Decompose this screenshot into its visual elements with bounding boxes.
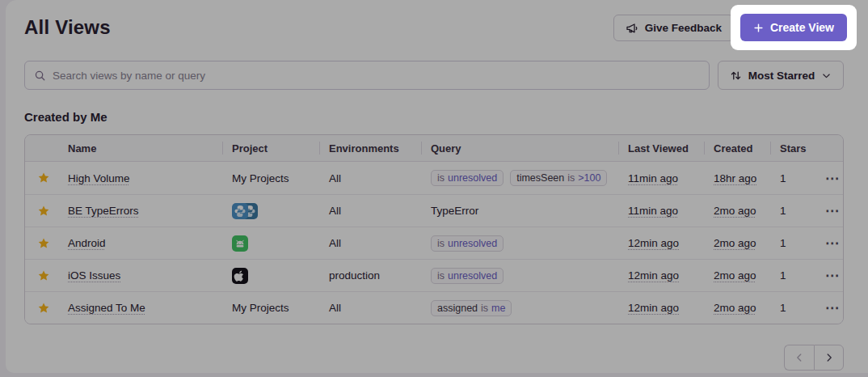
project-cell xyxy=(222,260,319,291)
stars-count-cell: 1 xyxy=(770,162,812,194)
star-toggle-button[interactable] xyxy=(36,268,52,284)
onboarding-spotlight: Create View xyxy=(731,5,857,50)
query-tag: is unresolved xyxy=(431,235,504,252)
stars-count-cell: 1 xyxy=(770,227,812,259)
header-name: Name xyxy=(62,135,222,161)
previous-page-button[interactable] xyxy=(784,345,814,371)
query-tag: is unresolved xyxy=(431,170,504,186)
header-created: Created xyxy=(704,135,770,161)
star-icon xyxy=(37,237,50,250)
pagination xyxy=(784,345,844,371)
created-cell: 2mo ago xyxy=(714,269,756,282)
create-view-button[interactable]: Create View xyxy=(740,14,847,41)
star-icon xyxy=(37,205,50,218)
star-icon xyxy=(37,269,50,282)
views-table: Name Project Environments Query Last Vie… xyxy=(24,134,844,324)
query-cell: assigned is me xyxy=(421,292,618,324)
table-row: BE TypeErrors All TypeError 11min ago 2m… xyxy=(25,194,843,227)
project-cell: My Projects xyxy=(222,292,319,324)
query-tag: timesSeen is >100 xyxy=(510,170,607,186)
created-cell: 2mo ago xyxy=(714,205,756,217)
toolbar: Most Starred xyxy=(24,61,844,90)
row-menu-button[interactable]: ⋯ xyxy=(822,170,843,187)
view-name-link[interactable]: Assigned To Me xyxy=(68,302,145,314)
last-viewed-cell: 12min ago xyxy=(628,269,679,282)
star-toggle-button[interactable] xyxy=(36,203,52,219)
sort-dropdown[interactable]: Most Starred xyxy=(718,61,844,90)
environments-cell: All xyxy=(319,227,421,259)
environments-cell: All xyxy=(319,292,421,324)
search-icon xyxy=(34,70,46,82)
view-name-link[interactable]: iOS Issues xyxy=(68,269,120,282)
next-page-button[interactable] xyxy=(814,345,844,371)
sort-arrows-icon xyxy=(730,70,742,82)
query-plain-text: TypeError xyxy=(431,205,478,217)
environments-cell: All xyxy=(319,195,421,227)
header-stars: Stars xyxy=(770,135,812,161)
project-cell xyxy=(222,227,319,259)
row-menu-button[interactable]: ⋯ xyxy=(822,299,843,316)
environments-cell: production xyxy=(319,260,421,291)
give-feedback-button[interactable]: Give Feedback xyxy=(613,15,734,41)
created-cell: 18hr ago xyxy=(714,172,756,184)
stars-count-cell: 1 xyxy=(770,292,812,324)
row-menu-button[interactable]: ⋯ xyxy=(822,235,843,252)
header-project: Project xyxy=(222,135,319,161)
last-viewed-cell: 11min ago xyxy=(628,172,678,184)
query-cell: TypeError xyxy=(421,195,618,227)
created-cell: 2mo ago xyxy=(714,237,756,249)
chevron-down-icon xyxy=(821,70,832,81)
python-project-icon xyxy=(232,203,248,219)
header-actions-spacer xyxy=(812,135,843,161)
star-toggle-button[interactable] xyxy=(36,235,52,252)
created-cell: 2mo ago xyxy=(714,302,756,314)
project-cell xyxy=(222,195,319,227)
give-feedback-label: Give Feedback xyxy=(645,22,722,34)
search-input[interactable] xyxy=(53,70,700,82)
query-tag: is unresolved xyxy=(431,268,504,284)
star-icon xyxy=(37,302,50,315)
table-row: Assigned To Me My Projects All assigned … xyxy=(25,291,843,324)
sort-label: Most Starred xyxy=(748,70,815,82)
android-project-icon xyxy=(232,235,248,252)
view-name-link[interactable]: BE TypeErrors xyxy=(68,205,139,217)
header-star-spacer xyxy=(25,135,62,161)
apple-project-icon xyxy=(232,268,248,284)
row-menu-button[interactable]: ⋯ xyxy=(822,202,843,219)
header-query: Query xyxy=(421,135,618,161)
project-avatar-stack xyxy=(232,203,258,219)
search-input-wrapper[interactable] xyxy=(24,61,710,90)
main-panel: All Views Give Feedback Create View xyxy=(6,0,868,373)
query-tag: assigned is me xyxy=(431,300,512,316)
row-menu-button[interactable]: ⋯ xyxy=(822,267,843,284)
chevron-right-icon xyxy=(824,352,835,363)
environments-cell: All xyxy=(319,162,421,194)
section-title: Created by Me xyxy=(24,110,844,124)
star-toggle-button[interactable] xyxy=(36,170,52,186)
project-cell: My Projects xyxy=(222,162,319,194)
stars-count-cell: 1 xyxy=(770,260,812,291)
last-viewed-cell: 11min ago xyxy=(628,205,678,217)
view-name-link[interactable]: Android xyxy=(68,237,106,249)
view-name-link[interactable]: High Volume xyxy=(68,172,130,184)
megaphone-icon xyxy=(626,22,638,35)
table-row: iOS Issues production is unresolved 12mi… xyxy=(25,259,843,291)
star-icon xyxy=(37,172,50,184)
header-environments: Environments xyxy=(319,135,421,161)
table-row: High Volume My Projects All is unresolve… xyxy=(25,162,843,194)
query-cell: is unresolved timesSeen is >100 xyxy=(421,162,618,194)
create-view-label: Create View xyxy=(770,21,834,34)
query-cell: is unresolved xyxy=(421,260,618,291)
plus-icon xyxy=(753,23,764,33)
table-header: Name Project Environments Query Last Vie… xyxy=(25,135,843,162)
header-last-viewed: Last Viewed xyxy=(618,135,704,161)
star-toggle-button[interactable] xyxy=(36,300,52,316)
last-viewed-cell: 12min ago xyxy=(628,237,679,249)
query-cell: is unresolved xyxy=(421,227,618,259)
stars-count-cell: 1 xyxy=(770,195,812,227)
last-viewed-cell: 12min ago xyxy=(628,302,679,314)
chevron-left-icon xyxy=(794,352,805,363)
table-row: Android All is unresolved 12min ago 2mo … xyxy=(25,227,843,259)
